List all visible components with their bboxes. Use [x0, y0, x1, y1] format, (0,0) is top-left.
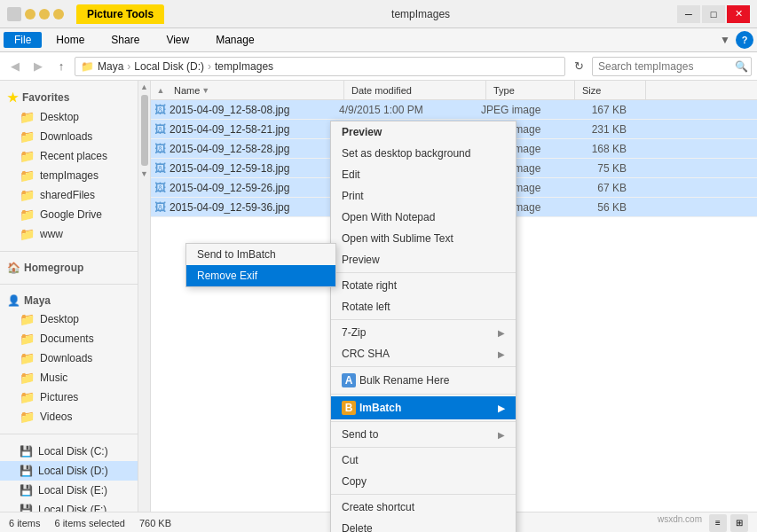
- tab-share[interactable]: Share: [99, 32, 152, 48]
- scroll-down-icon[interactable]: ▼: [140, 169, 148, 178]
- forward-button[interactable]: ▶: [28, 57, 48, 76]
- sidebar-item-sharedfiles[interactable]: 📁 sharedFiles: [0, 185, 138, 205]
- sm-remove-exif[interactable]: Remove Exif: [186, 265, 335, 286]
- col-header-size[interactable]: Size: [575, 81, 646, 99]
- minimize-button[interactable]: ─: [677, 5, 700, 23]
- cm-open-notepad[interactable]: Open With Notepad: [331, 207, 516, 228]
- breadcrumb-maya[interactable]: Maya: [98, 60, 123, 73]
- table-row[interactable]: 🖼 2015-04-09_12-58-08.jpg 4/9/2015 1:00 …: [151, 100, 757, 120]
- folder-icon: 📁: [20, 390, 35, 404]
- address-bar: ◀ ▶ ↑ 📁 Maya › Local Disk (D:) › tempIma…: [0, 52, 757, 81]
- sidebar-item-maya-music[interactable]: 📁 Music: [0, 368, 138, 387]
- search-input[interactable]: [598, 60, 731, 73]
- col-header-date[interactable]: Date modified: [344, 81, 486, 99]
- homegroup-header[interactable]: 🏠 Homegroup: [0, 259, 138, 277]
- view-controls: wsxdn.com ≡ ⊞: [658, 514, 748, 532]
- cm-crc-sha[interactable]: CRC SHA ▶: [331, 343, 516, 364]
- sm-send-to-imbatch[interactable]: Send to ImBatch: [186, 244, 335, 265]
- scroll-up-icon[interactable]: ▲: [140, 82, 148, 91]
- cm-set-desktop[interactable]: Set as desktop background: [331, 143, 516, 164]
- tab-home[interactable]: Home: [43, 32, 97, 48]
- file-icon: 🖼: [154, 142, 166, 155]
- tab-view[interactable]: View: [154, 32, 201, 48]
- file-name-label: 2015-04-09_12-59-36.jpg: [170, 201, 289, 214]
- sidebar-item-maya-documents[interactable]: 📁 Documents: [0, 329, 138, 348]
- sidebar-item-www[interactable]: 📁 www: [0, 224, 138, 244]
- cm-delete[interactable]: Delete: [331, 518, 516, 532]
- refresh-button[interactable]: ↻: [569, 57, 588, 76]
- folder-icon: 📁: [20, 110, 35, 124]
- sidebar-item-drive-c[interactable]: 💾 Local Disk (C:): [0, 442, 138, 461]
- sidebar-item-tempimages[interactable]: 📁 tempImages: [0, 166, 138, 185]
- sidebar-item-googledrive[interactable]: 📁 Google Drive: [0, 205, 138, 224]
- file-name-label: 2015-04-09_12-58-28.jpg: [170, 143, 289, 155]
- cm-open-sublime[interactable]: Open with Sublime Text: [331, 228, 516, 249]
- drives-section: 💾 Local Disk (C:) 💾 Local Disk (D:) 💾 Lo…: [0, 438, 150, 512]
- cm-crc-label: CRC SHA: [342, 348, 390, 360]
- cm-create-shortcut[interactable]: Create shortcut: [331, 497, 516, 518]
- close-button[interactable]: ✕: [727, 5, 750, 23]
- maya-header[interactable]: 👤 Maya: [0, 292, 138, 309]
- back-button[interactable]: ◀: [5, 57, 25, 76]
- col-header-type[interactable]: Type: [486, 81, 575, 99]
- sort-icon: ▼: [201, 86, 209, 95]
- view-tiles-button[interactable]: ⊞: [730, 514, 748, 532]
- favorites-header[interactable]: ★ Favorites: [0, 88, 138, 107]
- cm-print[interactable]: Print: [331, 185, 516, 207]
- cm-bulk-rename[interactable]: A Bulk Rename Here: [331, 369, 516, 392]
- sidebar-item-maya-downloads[interactable]: 📁 Downloads: [0, 348, 138, 368]
- quick-access-icon[interactable]: [25, 9, 35, 20]
- up-button[interactable]: ↑: [51, 57, 71, 76]
- sidebar-item-drive-f[interactable]: 💾 Local Disk (F:): [0, 500, 138, 512]
- sidebar-item-maya-pictures[interactable]: 📁 Pictures: [0, 387, 138, 407]
- quick-access-icon3[interactable]: [53, 9, 64, 20]
- ribbon: File Home Share View Manage ▼ ?: [0, 28, 757, 52]
- drive-icon: 💾: [20, 504, 33, 512]
- quick-access-icon2[interactable]: [39, 9, 50, 20]
- view-details-button[interactable]: ≡: [709, 514, 727, 532]
- folder-icon: 📁: [20, 149, 35, 163]
- cm-copy[interactable]: Copy: [331, 471, 516, 492]
- file-name-cell: 🖼 2015-04-09_12-59-26.jpg: [154, 181, 332, 194]
- cm-divider7: [331, 494, 516, 495]
- cm-rotate-left[interactable]: Rotate left: [331, 296, 516, 317]
- breadcrumb-tempimages[interactable]: tempImages: [215, 60, 273, 73]
- sidebar-item-label: tempImages: [40, 169, 99, 182]
- breadcrumb-localdisk[interactable]: Local Disk (D:): [134, 60, 204, 73]
- file-name-cell: 🖼 2015-04-09_12-58-21.jpg: [154, 122, 332, 136]
- file-icon: 🖼: [154, 103, 166, 116]
- file-name-label: 2015-04-09_12-58-08.jpg: [170, 104, 289, 116]
- sidebar-item-desktop[interactable]: 📁 Desktop: [0, 107, 138, 127]
- sidebar-item-label: Desktop: [40, 313, 79, 325]
- list-scroll-up[interactable]: ▲: [154, 81, 167, 99]
- sidebar-item-drive-e[interactable]: 💾 Local Disk (E:): [0, 481, 138, 500]
- sidebar-item-downloads[interactable]: 📁 Downloads: [0, 127, 138, 146]
- cm-imbatch[interactable]: B ImBatch ▶: [331, 396, 516, 419]
- cm-cut[interactable]: Cut: [331, 450, 516, 471]
- divider: [0, 251, 138, 252]
- tab-manage[interactable]: Manage: [203, 32, 266, 48]
- cm-edit[interactable]: Edit: [331, 164, 516, 185]
- maximize-button[interactable]: □: [702, 5, 725, 23]
- file-size-cell: 231 KB: [563, 123, 634, 136]
- imbatch-icon: B: [342, 401, 356, 415]
- sidebar-item-maya-videos[interactable]: 📁 Videos: [0, 407, 138, 426]
- picture-tools-tab[interactable]: Picture Tools: [76, 4, 164, 24]
- file-size-cell: 167 KB: [563, 104, 634, 116]
- scroll-thumb[interactable]: [141, 95, 148, 166]
- cm-7zip[interactable]: 7-Zip ▶: [331, 322, 516, 343]
- cm-preview[interactable]: Preview: [331, 249, 516, 270]
- sidebar-item-maya-desktop[interactable]: 📁 Desktop: [0, 309, 138, 329]
- cm-preview-bold[interactable]: Preview: [331, 121, 516, 143]
- breadcrumb[interactable]: 📁 Maya › Local Disk (D:) › tempImages: [75, 57, 565, 76]
- sidebar-item-drive-d[interactable]: 💾 Local Disk (D:): [0, 461, 138, 481]
- cm-rotate-right[interactable]: Rotate right: [331, 275, 516, 296]
- cm-send-to[interactable]: Send to ▶: [331, 424, 516, 445]
- sidebar-item-recent-places[interactable]: 📁 Recent places: [0, 146, 138, 166]
- col-header-name[interactable]: Name ▼: [167, 81, 344, 99]
- help-button[interactable]: ?: [736, 31, 753, 49]
- bulk-rename-icon: A: [342, 373, 356, 387]
- file-size-cell: 67 KB: [563, 182, 634, 194]
- tab-file[interactable]: File: [4, 32, 42, 48]
- search-bar[interactable]: 🔍: [592, 57, 752, 76]
